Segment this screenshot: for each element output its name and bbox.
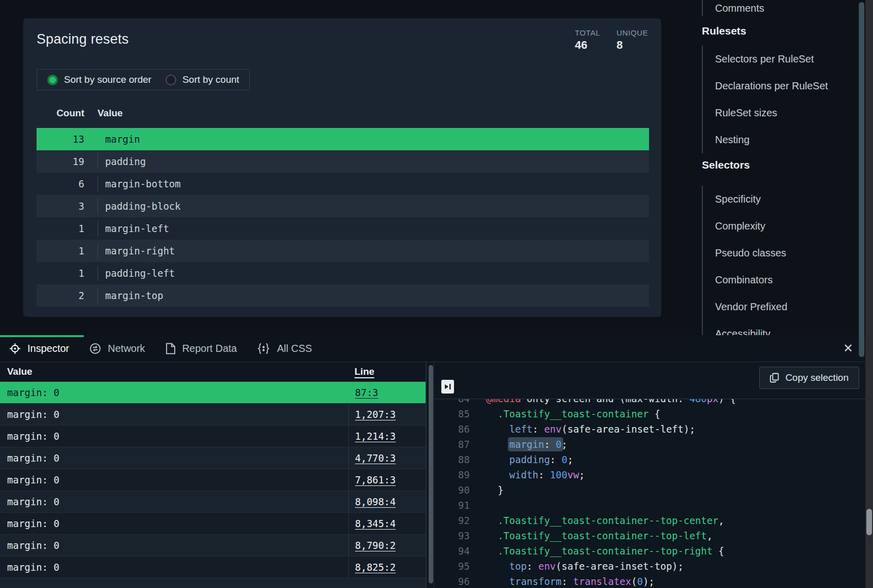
sort-radio-count[interactable]: Sort by count	[166, 74, 239, 85]
highlighted-declaration: margin: 0	[509, 439, 562, 450]
copy-selection-button[interactable]: Copy selection	[759, 367, 859, 389]
code-line: 88 padding: 0;	[434, 452, 736, 467]
declaration-value: margin: 0	[0, 431, 348, 442]
sidebar-item-nesting[interactable]: Nesting	[715, 126, 828, 153]
line-number: 93	[434, 528, 470, 543]
line-number: 91	[434, 498, 470, 513]
line-link[interactable]: 1,207:3	[355, 409, 396, 420]
spacing-row[interactable]: 1padding-left	[37, 262, 649, 284]
page-scrollbar[interactable]	[865, 0, 873, 588]
line-link[interactable]: 8,825:2	[355, 562, 396, 573]
declaration-row[interactable]: margin: 08,345:4	[0, 513, 426, 535]
line-number: 86	[434, 421, 470, 437]
sidebar-item-vendor-prefixed[interactable]: Vendor Prefixed	[715, 293, 787, 320]
radio-label: Sort by count	[182, 74, 239, 85]
close-icon[interactable]: ✕	[841, 341, 855, 355]
line-link[interactable]: 8,098:4	[355, 496, 396, 507]
declarations-pane: Value Line margin: 087:3margin: 01,207:3…	[0, 362, 426, 588]
sidebar-group-partial: Comments	[702, 0, 854, 16]
declaration-row[interactable]: margin: 07,861:3	[0, 469, 426, 491]
line-number: 96	[434, 574, 470, 588]
sidebar-item-pseudo-classes[interactable]: Pseudo classes	[715, 240, 787, 267]
declaration-row[interactable]: margin: 08,098:4	[0, 491, 426, 513]
code-toolbar: Copy selection	[434, 362, 865, 399]
spacing-resets-card: Spacing resets TOTAL 46 UNIQUE 8 Sort by…	[23, 18, 661, 317]
line-link[interactable]: 87:3	[355, 387, 378, 398]
unique-label: UNIQUE	[617, 28, 648, 37]
target-icon	[9, 343, 21, 354]
sidebar-item-complexity[interactable]: Complexity	[715, 213, 787, 240]
code-line: 89 width: 100vw;	[434, 467, 736, 482]
spacing-count: 19	[37, 156, 84, 167]
spacing-count: 6	[37, 178, 84, 189]
content-scrollbar-thumb[interactable]	[859, 2, 864, 357]
spacing-value: margin-top	[98, 288, 163, 303]
spacing-value: padding-block	[98, 199, 181, 214]
declaration-row[interactable]: margin: 01,214:3	[0, 426, 426, 447]
declaration-row-partial	[0, 578, 426, 588]
sidebar-item-declarations-per-ruleset[interactable]: Declarations per RuleSet	[715, 73, 828, 100]
spacing-row[interactable]: 19padding	[37, 150, 649, 173]
code-line: 84@media only screen and (max-width: 480…	[434, 399, 736, 406]
sidebar-section-selectors: Selectors	[702, 159, 750, 171]
declarations-scrollbar-thumb[interactable]	[429, 365, 433, 583]
declaration-value: margin: 0	[0, 496, 348, 507]
spacing-row[interactable]: 6margin-bottom	[37, 173, 649, 195]
spacing-value: margin-bottom	[98, 176, 181, 191]
radio-icon	[47, 75, 58, 85]
count-column-header: Count	[37, 108, 84, 119]
code-editor[interactable]: 84@media only screen and (max-width: 480…	[434, 399, 865, 588]
tab-label: All CSS	[277, 343, 312, 354]
code-line: 94 .Toastify__toast-container--top-right…	[434, 543, 736, 559]
card-stats: TOTAL 46 UNIQUE 8	[575, 28, 648, 52]
spacing-count: 1	[37, 223, 84, 234]
line-link[interactable]: 4,770:3	[355, 452, 396, 464]
line-link[interactable]: 8,790:2	[355, 540, 396, 551]
tab-report-data[interactable]: Report Data	[166, 343, 237, 354]
card-title: Spacing resets	[37, 31, 128, 47]
spacing-value: margin-right	[98, 243, 175, 258]
declaration-row[interactable]: margin: 087:3	[0, 382, 426, 404]
line-number: 92	[434, 513, 470, 528]
spacing-row[interactable]: 3padding-block	[37, 195, 649, 217]
total-value: 46	[575, 39, 600, 52]
code-line: 95 top: env(safe-area-inset-top);	[434, 559, 736, 574]
line-link[interactable]: 1,214:3	[355, 431, 396, 442]
declaration-row[interactable]: margin: 08,825:2	[0, 557, 426, 578]
sidebar-item-combinators[interactable]: Combinators	[715, 267, 787, 293]
page-scrollbar-thumb[interactable]	[866, 509, 872, 535]
tab-inspector[interactable]: Inspector	[9, 343, 69, 354]
spacing-table: 13margin19padding6margin-bottom3padding-…	[37, 128, 649, 307]
sidebar-item-comments[interactable]: Comments	[715, 3, 764, 14]
sort-radio-source-order[interactable]: Sort by source order	[47, 74, 151, 85]
code-line: 87 margin: 0;	[434, 437, 736, 452]
expand-panel-icon[interactable]	[441, 380, 454, 394]
tab-network[interactable]: Network	[89, 343, 145, 354]
tab-all-css[interactable]: All CSS	[257, 343, 312, 354]
spacing-row[interactable]: 1margin-right	[37, 240, 649, 262]
declaration-row[interactable]: margin: 08,790:2	[0, 535, 426, 557]
sidebar-item-ruleset-sizes[interactable]: RuleSet sizes	[715, 100, 828, 126]
spacing-value: padding-left	[98, 266, 175, 281]
line-link[interactable]: 7,861:3	[355, 474, 396, 485]
spacing-row[interactable]: 13margin	[37, 128, 649, 150]
declarations-header: Value Line	[0, 362, 426, 382]
declaration-value: margin: 0	[0, 540, 348, 551]
sidebar-group-rulesets: Selectors per RuleSetDeclarations per Ru…	[702, 46, 828, 153]
spacing-row[interactable]: 1margin-left	[37, 217, 649, 240]
decl-line-sort-link[interactable]: Line	[354, 366, 374, 377]
declaration-row[interactable]: margin: 01,207:3	[0, 404, 426, 426]
declaration-row[interactable]: margin: 04,770:3	[0, 447, 426, 469]
line-number: 95	[434, 559, 470, 574]
spacing-row[interactable]: 2margin-top	[37, 284, 649, 307]
code-line: 93 .Toastify__toast-container--top-left,	[434, 528, 736, 543]
code-line: 86 left: env(safe-area-inset-left);	[434, 421, 736, 437]
sort-options-group: Sort by source orderSort by count	[37, 69, 250, 90]
line-number: 94	[434, 543, 470, 559]
sidebar-item-specificity[interactable]: Specificity	[715, 186, 787, 213]
line-number: 84	[434, 399, 470, 406]
declaration-value: margin: 0	[0, 562, 348, 573]
line-link[interactable]: 8,345:4	[355, 518, 396, 529]
spacing-table-header: Count Value	[37, 108, 649, 119]
sidebar-item-selectors-per-ruleset[interactable]: Selectors per RuleSet	[715, 46, 828, 73]
